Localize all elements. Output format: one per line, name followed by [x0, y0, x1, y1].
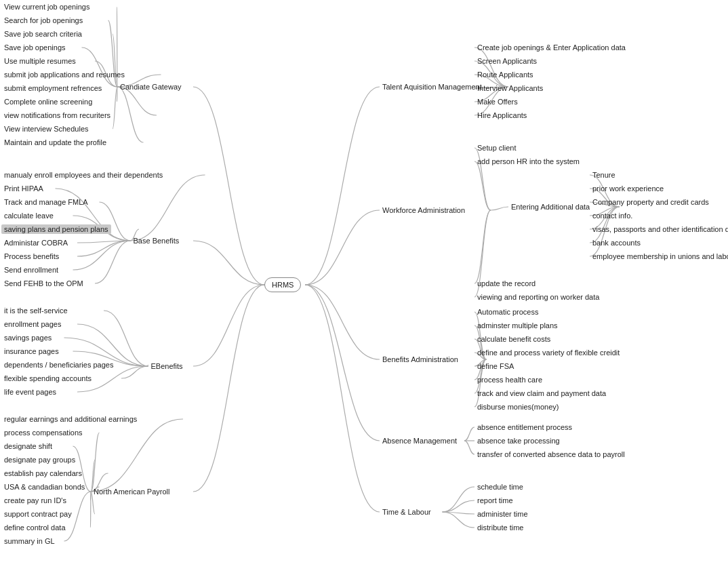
mind-map-node: insurance pages — [1, 346, 62, 356]
mind-map-node: calculate leave — [1, 211, 56, 220]
mind-map-node: Hire Applicants — [474, 111, 529, 120]
mind-map-node: View current job openings — [1, 2, 92, 12]
mind-map-node: Make Offers — [474, 97, 521, 106]
mind-map-node: process health care — [474, 375, 545, 384]
mind-map-node: regular earnings and additional earnings — [1, 414, 140, 424]
mind-map: HRMSCandiate GatewayView current job ope… — [0, 0, 728, 575]
mind-map-node: adminster multiple plans — [474, 321, 561, 330]
mind-map-node: Use multiple resumes — [1, 56, 79, 66]
mind-map-node: Benefits Administration — [380, 355, 461, 364]
mind-map-node: transfer of converted absence data to pa… — [474, 450, 628, 459]
mind-map-node: designate pay groups — [1, 455, 78, 464]
mind-map-node: Company property and credit cards — [590, 197, 712, 207]
mind-map-node: it is the self-service — [1, 306, 70, 315]
mind-map-node: bank accounts — [590, 238, 643, 247]
mind-map-node: contact info. — [590, 211, 635, 220]
mind-map-node: Create job openings & Enter Application … — [474, 43, 628, 52]
mind-map-node: establish pay calendars — [1, 469, 85, 478]
mind-map-node: Setup client — [474, 143, 519, 153]
mind-map-node: summary in GL — [1, 536, 58, 546]
mind-map-node: Save job openings — [1, 43, 68, 52]
mind-map-node: viewing and reporting on worker data — [474, 292, 602, 302]
mind-map-node: View interview Schedules — [1, 124, 92, 134]
mind-map-node: calculate benefit costs — [474, 334, 553, 344]
mind-map-node: Search for job openings — [1, 16, 85, 25]
mind-map-node: dependents / beneficiaries pages — [1, 360, 116, 370]
mind-map-node: absence entitlement process — [474, 422, 575, 432]
mind-map-node: disburse monies(money) — [474, 402, 561, 412]
mind-map-node: enrollment pages — [1, 319, 64, 329]
mind-map-node: define control data — [1, 523, 68, 532]
mind-map-node: saving plans and pension plans — [1, 224, 111, 234]
mind-map-node: Complete online screening — [1, 97, 95, 106]
mind-map-node: report time — [474, 496, 516, 505]
mind-map-node: Send enrollment — [1, 265, 61, 275]
mind-map-node: Entering Additional data — [508, 202, 592, 212]
mind-map-node: Process benefits — [1, 252, 62, 261]
mind-map-node: create pay run ID's — [1, 496, 69, 505]
mind-map-node: USA & candadian bonds — [1, 482, 87, 492]
mind-map-node: Workforce Administration — [380, 205, 468, 215]
mind-map-node: submit employment refrences — [1, 83, 104, 93]
mind-map-node: Route Applicants — [474, 70, 536, 79]
mind-map-node: Track and manage FMLA — [1, 197, 91, 207]
mind-map-node: process compensations — [1, 428, 85, 437]
mind-map-node: Candiate Gateway — [117, 82, 184, 92]
mind-map-node: Tenure — [590, 170, 618, 180]
mind-map-node: define FSA — [474, 361, 517, 371]
mind-map-node: view notifications from recuriters — [1, 111, 113, 120]
mind-map-node: Base Benefits — [131, 236, 182, 245]
mind-map-node: life event pages — [1, 387, 59, 397]
mind-map-node: Absence Management — [380, 436, 460, 445]
mind-map-node: Administar COBRA — [1, 238, 70, 247]
mind-map-node: administer time — [474, 509, 531, 519]
mind-map-node: track and view claim and payment data — [474, 389, 609, 398]
mind-map-node: support contract pay — [1, 509, 75, 519]
mind-map-node: schedule time — [474, 482, 526, 492]
mind-map-node: distribute time — [474, 523, 526, 532]
mind-map-node: submit job applications and resumes — [1, 70, 127, 79]
mind-map-node: flexible spending accounts — [1, 374, 94, 383]
mind-map-node: Talent Aquisition Management — [380, 82, 485, 92]
mind-map-node: prior work experience — [590, 184, 666, 193]
mind-map-node: Interview Applicants — [474, 83, 546, 93]
mind-map-node: Automatic process — [474, 307, 541, 317]
mind-map-node: Screen Applicants — [474, 56, 540, 66]
mind-map-node: savings pages — [1, 333, 54, 342]
mind-map-node: add person HR into the system — [474, 157, 582, 166]
mind-map-node: visas, passports and other identificatio… — [590, 224, 728, 234]
mind-map-node: employee membership in unions and labour… — [590, 252, 728, 261]
mind-map-node: absence take processing — [474, 436, 563, 445]
center-node: HRMS — [264, 277, 301, 292]
mind-map-node: Send FEHB to the OPM — [1, 279, 86, 288]
mind-map-node: designate shift — [1, 441, 55, 451]
mind-map-node: EBenefits — [148, 361, 186, 371]
mind-map-node: Print HIPAA — [1, 184, 46, 193]
mind-map-node: Time & Labour — [380, 507, 434, 517]
mind-map-node: manualy enroll employees and their depen… — [1, 170, 165, 180]
mind-map-node: define and process variety of flexible c… — [474, 348, 622, 357]
mind-map-node: update the record — [474, 279, 538, 288]
mind-map-node: North American Payroll — [91, 487, 173, 496]
mind-map-node: Maintain and update the profile — [1, 138, 109, 147]
mind-map-node: Save job search criteria — [1, 29, 85, 39]
